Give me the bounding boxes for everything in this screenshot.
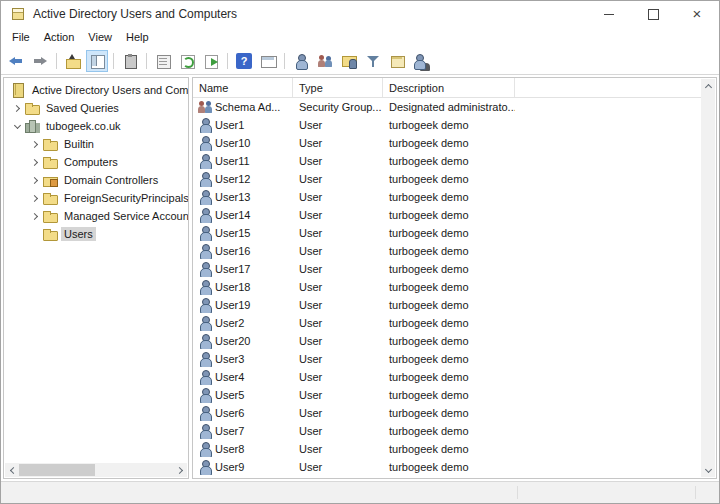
table-row[interactable]: User2Userturbogeek demo <box>193 314 716 332</box>
clipboard-icon[interactable] <box>119 50 141 72</box>
scroll-down-icon[interactable] <box>701 463 715 477</box>
row-type: User <box>293 119 383 131</box>
row-type: User <box>293 461 383 473</box>
tree-item-active-directory-users-and-com[interactable]: Active Directory Users and Com <box>4 81 188 99</box>
row-name: User16 <box>215 245 250 257</box>
table-row[interactable]: User14Userturbogeek demo <box>193 206 716 224</box>
forward-arrow-icon[interactable] <box>29 50 51 72</box>
table-row[interactable]: User15Userturbogeek demo <box>193 224 716 242</box>
show-console-tree-icon[interactable] <box>86 50 108 72</box>
name-cell: User18 <box>193 279 293 295</box>
add-to-group-icon[interactable] <box>338 50 360 72</box>
name-cell: User11 <box>193 153 293 169</box>
menu-file[interactable]: File <box>5 29 37 45</box>
table-row[interactable]: User18Userturbogeek demo <box>193 278 716 296</box>
scrollbar-thumb[interactable] <box>19 464 95 476</box>
view-options-icon[interactable] <box>386 50 408 72</box>
table-row[interactable]: User11Userturbogeek demo <box>193 152 716 170</box>
table-row[interactable]: User8Userturbogeek demo <box>193 440 716 458</box>
scroll-right-icon[interactable] <box>173 463 187 477</box>
tree-item-builtin[interactable]: Builtin <box>4 135 188 153</box>
name-cell: User4 <box>193 369 293 385</box>
row-type: User <box>293 263 383 275</box>
back-arrow-icon[interactable] <box>5 50 27 72</box>
user-edit-icon[interactable] <box>410 50 432 72</box>
tree-item-label: Saved Queries <box>43 101 122 115</box>
name-cell: User16 <box>193 243 293 259</box>
maximize-icon[interactable] <box>631 1 675 27</box>
tree-item-domain-controllers[interactable]: Domain Controllers <box>4 171 188 189</box>
table-row[interactable]: User20Userturbogeek demo <box>193 332 716 350</box>
expander-collapsed-icon[interactable] <box>10 101 24 115</box>
statusbar-divider <box>695 486 696 499</box>
table-row[interactable]: User12Userturbogeek demo <box>193 170 716 188</box>
row-type: User <box>293 245 383 257</box>
table-row[interactable]: User5Userturbogeek demo <box>193 386 716 404</box>
table-row[interactable]: User6Userturbogeek demo <box>193 404 716 422</box>
table-row[interactable]: User19Userturbogeek demo <box>193 296 716 314</box>
scroll-left-icon[interactable] <box>5 463 19 477</box>
folder-icon <box>42 208 58 224</box>
new-user-icon[interactable] <box>290 50 312 72</box>
expander-collapsed-icon[interactable] <box>28 191 42 205</box>
row-description: turbogeek demo <box>383 443 515 455</box>
menu-bar: File Action View Help <box>1 27 719 47</box>
toolbar-separator <box>284 53 285 69</box>
filter-icon[interactable] <box>362 50 384 72</box>
object-list: Schema Ad...Security Group...Designated … <box>193 98 716 476</box>
column-header-description[interactable]: Description <box>383 78 515 97</box>
export-list-icon[interactable] <box>200 50 222 72</box>
name-cell: User3 <box>193 351 293 367</box>
expander-collapsed-icon[interactable] <box>28 173 42 187</box>
row-type: User <box>293 281 383 293</box>
new-group-icon[interactable] <box>314 50 336 72</box>
row-name: User10 <box>215 137 250 149</box>
up-one-level-icon[interactable] <box>62 50 84 72</box>
column-header-name[interactable]: Name <box>193 78 293 97</box>
menu-action[interactable]: Action <box>37 29 82 45</box>
tree-item-computers[interactable]: Computers <box>4 153 188 171</box>
column-header-type[interactable]: Type <box>293 78 383 97</box>
table-row[interactable]: User4Userturbogeek demo <box>193 368 716 386</box>
minimize-icon[interactable] <box>587 1 631 27</box>
main-body: Active Directory Users and ComSaved Quer… <box>1 75 719 481</box>
row-name: User17 <box>215 263 250 275</box>
table-row[interactable]: User13Userturbogeek demo <box>193 188 716 206</box>
tree-horizontal-scrollbar[interactable] <box>5 463 187 477</box>
window-controls <box>587 1 719 27</box>
table-row[interactable]: User10Userturbogeek demo <box>193 134 716 152</box>
help-icon[interactable] <box>233 50 255 72</box>
tree-item-tubogeek-co-uk[interactable]: tubogeek.co.uk <box>4 117 188 135</box>
table-row[interactable]: User16Userturbogeek demo <box>193 242 716 260</box>
window-title: Active Directory Users and Computers <box>33 7 237 21</box>
tree-item-label: Active Directory Users and Com <box>29 83 188 97</box>
row-name: Schema Ad... <box>215 101 280 113</box>
list-vertical-scrollbar[interactable] <box>701 79 715 477</box>
tree-item-foreignsecurityprincipals[interactable]: ForeignSecurityPrincipals <box>4 189 188 207</box>
expander-expanded-icon[interactable] <box>10 119 24 133</box>
table-row[interactable]: User1Userturbogeek demo <box>193 116 716 134</box>
row-type: User <box>293 425 383 437</box>
scrollbar-track[interactable] <box>19 463 173 477</box>
row-description: turbogeek demo <box>383 425 515 437</box>
expander-collapsed-icon[interactable] <box>28 155 42 169</box>
close-icon[interactable] <box>675 1 719 27</box>
expander-collapsed-icon[interactable] <box>28 209 42 223</box>
refresh-icon[interactable] <box>176 50 198 72</box>
tree-item-saved-queries[interactable]: Saved Queries <box>4 99 188 117</box>
user-icon <box>197 405 213 421</box>
table-row[interactable]: Schema Ad...Security Group...Designated … <box>193 98 716 116</box>
table-row[interactable]: User9Userturbogeek demo <box>193 458 716 476</box>
properties-icon[interactable] <box>152 50 174 72</box>
table-row[interactable]: User17Userturbogeek demo <box>193 260 716 278</box>
menu-view[interactable]: View <box>81 29 119 45</box>
table-row[interactable]: User7Userturbogeek demo <box>193 422 716 440</box>
tree-item-managed-service-accoun[interactable]: Managed Service Accoun <box>4 207 188 225</box>
window-view-icon[interactable] <box>257 50 279 72</box>
expander-collapsed-icon[interactable] <box>28 137 42 151</box>
table-row[interactable]: User3Userturbogeek demo <box>193 350 716 368</box>
tree-item-users[interactable]: Users <box>4 225 188 243</box>
name-cell: User6 <box>193 405 293 421</box>
scroll-up-icon[interactable] <box>701 79 715 93</box>
menu-help[interactable]: Help <box>119 29 156 45</box>
